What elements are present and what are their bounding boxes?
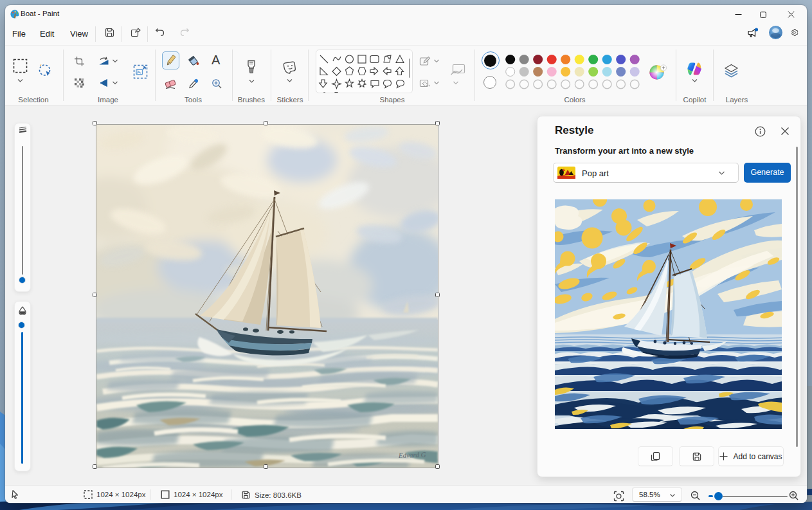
svg-text:Edvard G: Edvard G: [398, 451, 426, 460]
